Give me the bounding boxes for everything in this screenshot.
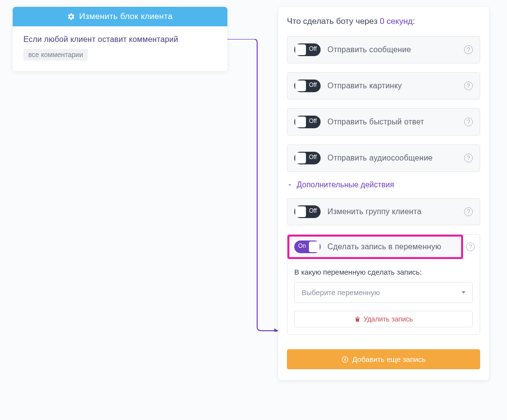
edit-client-block-header[interactable]: Изменить блок клиента	[13, 7, 227, 26]
action-write-variable-highlight: On Сделать запись в переменную	[287, 235, 463, 259]
panel-title: Что сделать боту через 0 секунд:	[287, 17, 480, 26]
help-icon[interactable]: ?	[464, 45, 473, 54]
additional-actions-label: Дополнительные действия	[297, 180, 394, 189]
connector-line	[227, 39, 283, 332]
toggle-label: Off	[309, 154, 317, 160]
toggle-send-audio[interactable]: Off	[294, 152, 321, 164]
toggle-label: Off	[309, 207, 317, 214]
title-suffix: :	[413, 17, 415, 26]
action-send-quick-reply: Off Отправить быстрый ответ ?	[287, 108, 480, 136]
toggle-label: On	[298, 242, 306, 249]
toggle-send-quick-reply[interactable]: Off	[294, 116, 321, 128]
caret-down-icon	[462, 291, 466, 294]
action-label: Сделать запись в переменную	[327, 242, 456, 251]
action-label: Изменить группу клиента	[327, 207, 457, 216]
edit-client-block-label: Изменить блок клиента	[79, 12, 172, 21]
delete-label: Удалить запись	[364, 315, 413, 323]
gear-icon	[67, 13, 75, 20]
client-block-body: Если любой клиент оставит комментарий вс…	[13, 26, 227, 71]
action-label: Отправить сообщение	[327, 45, 457, 54]
bot-actions-panel: Что сделать боту через 0 секунд: Off Отп…	[278, 7, 489, 380]
toggle-label: Off	[309, 81, 317, 88]
add-label: Добавить еще запись	[352, 355, 426, 363]
toggle-change-group[interactable]: Off	[294, 205, 321, 218]
action-label: Отправить быстрый ответ	[327, 118, 457, 126]
action-send-audio: Off Отправить аудиосообщение ?	[287, 144, 480, 172]
comments-chip[interactable]: все комментарии	[23, 49, 88, 60]
action-change-group: Off Изменить группу клиента ?	[287, 198, 480, 225]
variable-settings: В какую переменную сделать запись: Выбер…	[287, 259, 480, 334]
help-icon[interactable]: ?	[464, 207, 473, 216]
action-send-message: Off Отправить сообщение ?	[287, 36, 480, 63]
trash-icon	[354, 316, 361, 322]
toggle-label: Off	[309, 45, 317, 52]
toggle-send-image[interactable]: Off	[294, 80, 321, 92]
help-icon[interactable]: ?	[464, 118, 473, 126]
seconds-link[interactable]: 0 секунд	[380, 17, 413, 26]
add-record-button[interactable]: Добавить еще запись	[287, 349, 480, 369]
variable-select[interactable]: Выберите переменную	[294, 282, 473, 303]
action-label: Отправить картинку	[327, 81, 457, 90]
additional-actions-header[interactable]: Дополнительные действия	[287, 180, 480, 189]
help-icon[interactable]: ?	[464, 81, 473, 90]
delete-record-button[interactable]: Удалить запись	[294, 311, 473, 327]
title-prefix: Что сделать боту через	[287, 17, 380, 26]
chevron-down-icon	[287, 182, 293, 188]
plus-circle-icon	[342, 356, 348, 363]
action-send-image: Off Отправить картинку ?	[287, 72, 480, 100]
client-block-panel: Изменить блок клиента Если любой клиент …	[13, 7, 227, 71]
action-label: Отправить аудиосообщение	[327, 154, 457, 162]
condition-text: Если любой клиент оставит комментарий	[23, 35, 217, 44]
toggle-send-message[interactable]: Off	[294, 43, 321, 56]
help-icon[interactable]: ?	[466, 242, 475, 251]
select-placeholder: Выберите переменную	[302, 288, 380, 297]
toggle-label: Off	[309, 118, 317, 124]
variable-select-label: В какую переменную сделать запись:	[294, 268, 473, 276]
help-icon[interactable]: ?	[464, 154, 473, 162]
toggle-write-variable[interactable]: On	[294, 240, 321, 253]
write-variable-block: On Сделать запись в переменную ? В какую…	[287, 234, 480, 335]
